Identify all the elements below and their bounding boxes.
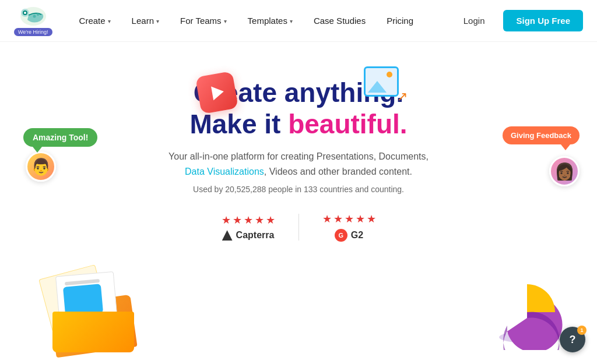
g2-logo: G G2: [335, 229, 363, 242]
pie-chart-illustration: [486, 280, 568, 352]
hero-used-text: Used by 20,525,288 people in 133 countri…: [193, 185, 404, 194]
login-button[interactable]: Login: [454, 11, 494, 30]
svg-point-5: [37, 13, 39, 16]
hiring-badge: We're Hiring!: [14, 28, 52, 36]
svg-point-4: [33, 15, 36, 17]
cursor-icon: ↗: [397, 89, 408, 104]
giving-feedback-float: Giving Feedback 👩🏾: [503, 126, 580, 186]
sun-icon: [387, 72, 392, 77]
hero-highlight: Data Visualizations: [185, 167, 264, 176]
amazing-tool-bubble: Amazing Tool!: [23, 128, 97, 147]
g2-icon: G: [335, 229, 347, 242]
nav-create[interactable]: Create ▾: [69, 0, 121, 42]
nav-learn[interactable]: Learn ▾: [121, 0, 170, 42]
learn-chevron-icon: ▾: [156, 18, 159, 24]
svg-point-3: [24, 12, 26, 14]
hero-subtitle: Your all-in-one platform for creating Pr…: [168, 149, 429, 179]
capterra-rating: ★ ★ ★ ★ ★ Capterra: [198, 214, 299, 241]
g2-stars: ★ ★ ★ ★ ★: [322, 213, 376, 225]
avatar-man-face: 👨: [31, 157, 51, 176]
ratings-row: ★ ★ ★ ★ ★ Capterra ★ ★ ★ ★ ★ G G2: [198, 213, 399, 242]
hero-section: ↗ Amazing Tool! 👨 Giving Feedback 👩🏾 Cre…: [0, 42, 597, 364]
play-icon: [195, 71, 238, 114]
folder-3d: [47, 282, 140, 352]
nav-right: Login Sign Up Free: [454, 10, 583, 31]
nav-case-studies[interactable]: Case Studies: [303, 0, 376, 42]
nav-pricing[interactable]: Pricing: [376, 0, 424, 42]
logo-area[interactable]: We're Hiring!: [14, 6, 52, 36]
teams-chevron-icon: ▾: [224, 18, 227, 24]
templates-chevron-icon: ▾: [290, 18, 293, 24]
image-frame: [364, 66, 399, 97]
mountain-icon: [368, 81, 387, 93]
image-icon: ↗: [364, 66, 405, 101]
signup-button[interactable]: Sign Up Free: [503, 10, 583, 31]
avatar-man: 👨: [26, 151, 56, 182]
pie-chart-svg: [486, 280, 568, 350]
nav-templates[interactable]: Templates ▾: [237, 0, 303, 42]
avatar-woman: 👩🏾: [549, 156, 580, 186]
avatar-woman-face: 👩🏾: [554, 162, 575, 181]
visme-logo[interactable]: [19, 6, 47, 27]
help-button[interactable]: ? 1: [560, 327, 585, 352]
create-chevron-icon: ▾: [108, 18, 111, 24]
play-icon-float: [198, 74, 236, 111]
play-triangle-icon: [211, 84, 225, 100]
hero-beautiful: beautiful.: [288, 109, 407, 139]
help-badge: 1: [577, 326, 587, 335]
hero-line2: Make it beautiful.: [189, 108, 407, 140]
navbar: We're Hiring! Create ▾ Learn ▾ For Teams…: [0, 0, 597, 42]
g2-rating: ★ ★ ★ ★ ★ G G2: [299, 213, 399, 242]
nav-links: Create ▾ Learn ▾ For Teams ▾ Templates ▾…: [69, 0, 454, 42]
folder-front: [52, 312, 134, 352]
capterra-stars: ★ ★ ★ ★ ★: [222, 214, 275, 227]
amazing-tool-float: Amazing Tool! 👨: [23, 128, 97, 182]
folder-illustration: [47, 282, 140, 352]
giving-feedback-bubble: Giving Feedback: [503, 126, 580, 144]
image-icon-float: ↗: [364, 66, 405, 101]
capterra-logo: Capterra: [222, 230, 275, 241]
capterra-icon: [222, 230, 233, 241]
nav-for-teams[interactable]: For Teams ▾: [170, 0, 237, 42]
